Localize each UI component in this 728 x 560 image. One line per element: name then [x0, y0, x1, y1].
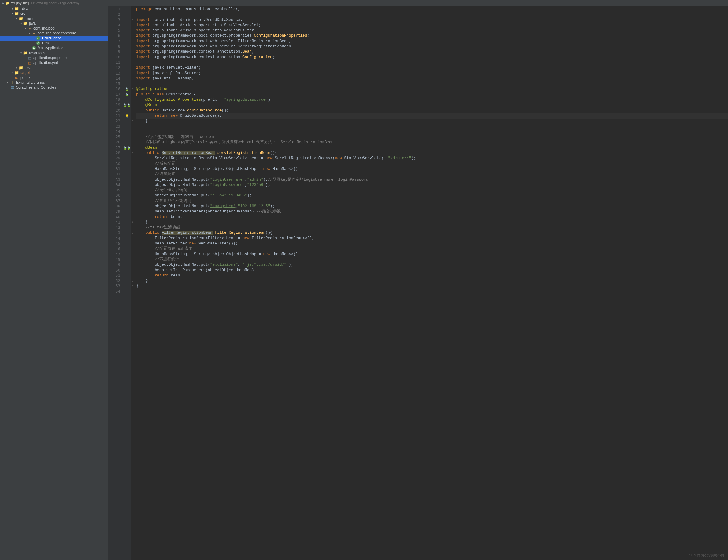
code-line[interactable]: @ConfigurationProperties(prefix = "sprin… — [136, 97, 728, 103]
fold-marker[interactable] — [131, 209, 134, 214]
code-line[interactable]: } — [136, 220, 728, 225]
tree-item-application-properties[interactable]: ▤application.properties — [0, 55, 108, 60]
bean-leaf-icon[interactable]: 🍃 — [123, 92, 131, 97]
code-line[interactable]: return new DruidDataSource(); — [136, 113, 728, 119]
tree-item-com-snd-boot-controller[interactable]: ▾●com.snd.boot.controller — [0, 31, 108, 36]
tree-item-target[interactable]: ▸📁target — [0, 70, 108, 75]
code-area[interactable]: package com.snd.boot.com.snd.boot.contro… — [134, 6, 728, 560]
code-line[interactable] — [136, 289, 728, 294]
code-line[interactable]: objectObjectHashMap.put("loginUsername",… — [136, 177, 728, 183]
tree-item-java[interactable]: ▾📁java — [0, 21, 108, 26]
editor[interactable]: 1234567891011121314151617181920212223242… — [108, 6, 728, 560]
code-line[interactable]: HashMap<String, String> objectObjectHash… — [136, 252, 728, 257]
fold-marker[interactable] — [131, 167, 134, 172]
code-line[interactable]: } — [136, 278, 728, 283]
tree-item-mainapplication[interactable]: ▶MainApplication — [0, 46, 108, 51]
code-line[interactable]: objectObjectHashMap.put("allow","123456"… — [136, 193, 728, 198]
fold-marker[interactable] — [131, 215, 134, 220]
tree-item-external-libraries[interactable]: ▸⫴External Libraries — [0, 80, 108, 85]
fold-marker[interactable] — [131, 135, 134, 140]
code-line[interactable]: } — [136, 283, 728, 289]
fold-marker[interactable] — [131, 140, 134, 145]
tree-item-application-yml[interactable]: ▤application.yml — [0, 60, 108, 65]
code-line[interactable] — [136, 129, 728, 135]
fold-marker[interactable] — [131, 193, 134, 198]
fold-marker[interactable] — [131, 177, 134, 183]
code-line[interactable]: bean.setInitParameters(objectObjectHashM… — [136, 268, 728, 273]
code-line[interactable]: //禁止那个不能访问 — [136, 199, 728, 204]
code-line[interactable]: bean.setInitParameters(objectObjectHashM… — [136, 209, 728, 214]
fold-marker[interactable] — [131, 39, 134, 44]
fold-marker[interactable] — [131, 103, 134, 108]
code-line[interactable]: import java.util.HashMap; — [136, 76, 728, 81]
code-line[interactable]: import com.alibaba.druid.support.http.St… — [136, 23, 728, 28]
fold-marker[interactable] — [131, 199, 134, 204]
fold-marker[interactable] — [131, 124, 134, 129]
expand-arrow-icon[interactable]: ▸ — [6, 81, 10, 84]
fold-marker[interactable] — [131, 33, 134, 39]
fold-marker[interactable] — [131, 129, 134, 135]
tree-item--idea[interactable]: ▾📁.idea — [0, 6, 108, 11]
code-line[interactable]: import javax.servlet.Filter; — [136, 65, 728, 71]
fold-marker[interactable] — [131, 183, 134, 188]
code-line[interactable]: return bean; — [136, 273, 728, 278]
fold-marker[interactable]: ⊟ — [131, 87, 134, 92]
fold-marker[interactable] — [131, 257, 134, 262]
code-line[interactable]: //允许谁可以访问 — [136, 188, 728, 193]
code-line[interactable]: } — [136, 119, 728, 124]
fold-marker[interactable] — [131, 161, 134, 167]
fold-marker[interactable] — [131, 252, 134, 257]
fold-marker[interactable]: ⊟ — [131, 92, 134, 97]
fold-marker[interactable]: ⊟ — [131, 119, 134, 124]
code-line[interactable]: @Configuration — [136, 87, 728, 92]
fold-marker[interactable] — [131, 273, 134, 278]
code-line[interactable] — [136, 12, 728, 17]
expand-arrow-icon[interactable]: ▾ — [10, 12, 14, 15]
bean-leaf-icon[interactable]: 🍃 — [123, 87, 131, 92]
expand-arrow-icon[interactable]: ▾ — [19, 22, 23, 25]
code-line[interactable]: package com.snd.boot.com.snd.boot.contro… — [136, 7, 728, 12]
fold-marker[interactable] — [131, 113, 134, 119]
tree-item-scratches-and-consoles[interactable]: ▤Scratches and Consoles — [0, 85, 108, 90]
code-line[interactable]: ServletRegistrationBean<StatViewServlet>… — [136, 156, 728, 161]
code-line[interactable] — [136, 60, 728, 65]
fold-marker[interactable] — [131, 225, 134, 230]
fold-marker[interactable] — [131, 55, 134, 60]
fold-marker[interactable] — [131, 262, 134, 268]
fold-marker[interactable] — [131, 28, 134, 33]
fold-marker[interactable] — [131, 81, 134, 87]
expand-arrow-icon[interactable]: ▾ — [19, 51, 23, 55]
code-line[interactable] — [136, 124, 728, 129]
expand-arrow-icon[interactable]: ▸ — [10, 71, 14, 74]
tree-item-com-snd-boot[interactable]: ▾●com.snd.boot — [0, 26, 108, 31]
fold-marker[interactable] — [131, 145, 134, 151]
fold-marker[interactable] — [131, 204, 134, 209]
fold-marker[interactable]: ⊟ — [131, 108, 134, 113]
fold-marker[interactable]: ⊟ — [131, 230, 134, 236]
code-line[interactable]: bean.setFilter(new WebStatFilter()); — [136, 241, 728, 246]
code-line[interactable]: //增加配置 — [136, 172, 728, 177]
code-line[interactable]: //后台监控功能 相对与 web.xml — [136, 135, 728, 140]
code-line[interactable]: objectObjectHashMap.put("loginPassword",… — [136, 183, 728, 188]
fold-marker[interactable]: ⊟ — [131, 278, 134, 283]
code-line[interactable]: @Bean — [136, 103, 728, 108]
tree-item-main[interactable]: ▾📁main — [0, 16, 108, 21]
expand-arrow-icon[interactable]: ▾ — [28, 32, 31, 35]
code-line[interactable]: import com.alibaba.druid.pool.DruidDataS… — [136, 18, 728, 23]
code-line[interactable] — [136, 81, 728, 87]
bulb-icon[interactable]: 💡 — [123, 113, 131, 119]
code-line[interactable]: import org.springframework.boot.web.serv… — [136, 39, 728, 44]
tree-item-src[interactable]: ▾📁src — [0, 11, 108, 16]
code-line[interactable]: import com.alibaba.druid.support.http.We… — [136, 28, 728, 33]
fold-marker[interactable] — [131, 71, 134, 76]
code-line[interactable]: objectObjectHashMap.put("kuangshen","192… — [136, 204, 728, 209]
tree-item-hello[interactable]: CHello — [0, 41, 108, 46]
code-line[interactable]: public class DruidConfig { — [136, 92, 728, 97]
bean-leaf2-icon[interactable]: 🍃🍃 — [123, 145, 131, 151]
fold-marker[interactable]: ⊟ — [131, 283, 134, 289]
fold-marker[interactable] — [131, 12, 134, 17]
expand-arrow-icon[interactable]: ▾ — [15, 17, 18, 20]
code-line[interactable]: public ServletRegistrationBean servletRe… — [136, 151, 728, 156]
code-line[interactable]: import javax.sql.DataSource; — [136, 71, 728, 76]
code-line[interactable]: //filter过滤功能 — [136, 225, 728, 230]
